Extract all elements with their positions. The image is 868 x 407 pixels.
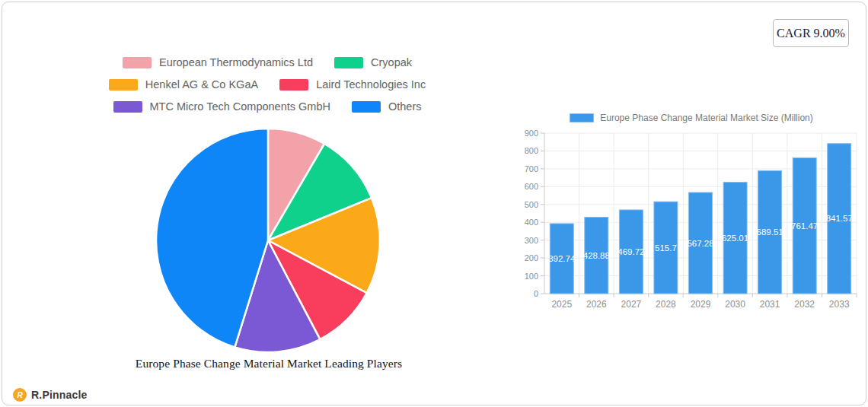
y-axis-tick-label: 600: [525, 182, 538, 191]
cagr-badge-label: CAGR 9.00%: [777, 27, 845, 40]
bar-value-label: 625.01: [722, 234, 748, 243]
pie-legend-item[interactable]: Laird Technologies Inc: [279, 78, 426, 91]
bar-value-label: 428.88: [583, 251, 610, 260]
pie-chart-title: Europe Phase Change Material Market Lead…: [2, 357, 535, 370]
bar-value-label: 761.47: [791, 221, 818, 231]
y-axis-tick-label: 700: [525, 164, 538, 173]
pie-legend-item[interactable]: MTC Micro Tech Components GmbH: [113, 100, 330, 113]
y-axis-tick-label: 100: [525, 272, 538, 281]
pie-legend-row: European Thermodynamics LtdCryopak: [123, 56, 412, 68]
bar-value-label: 841.57: [826, 214, 853, 223]
bar-value-label: 689.51: [757, 227, 783, 237]
legend-swatch: [334, 57, 363, 68]
legend-label: Others: [388, 100, 422, 113]
x-axis-tick-label: 2026: [586, 299, 607, 310]
bar-legend-item[interactable]: Europe Phase Change Material Market Size…: [524, 112, 859, 124]
x-axis-tick-label: 2029: [691, 299, 711, 310]
pie-chart: [154, 126, 382, 355]
bar-value-label: 469.72: [617, 247, 644, 256]
legend-label: Cryopak: [371, 56, 412, 68]
bar-value-label: 392.74: [548, 254, 576, 263]
bar-chart: Europe Phase Change Material Market Size…: [524, 112, 859, 311]
cagr-badge: CAGR 9.00%: [773, 19, 849, 47]
pie-legend-item[interactable]: Henkel AG & Co KGaA: [109, 78, 258, 91]
x-axis-tick-label: 2028: [656, 299, 676, 310]
legend-label: European Thermodynamics Ltd: [159, 56, 313, 68]
pie-legend-row: Henkel AG & Co KGaALaird Technologies In…: [109, 78, 426, 91]
bar-legend-label: Europe Phase Change Material Market Size…: [600, 113, 812, 123]
bar-svg: 0100200300400500600700800900392.74202542…: [524, 126, 859, 311]
x-axis-tick-label: 2027: [621, 299, 642, 310]
pie-legend: European Thermodynamics LtdCryopakHenkel…: [39, 56, 496, 113]
legend-label: Henkel AG & Co KGaA: [145, 78, 258, 91]
y-axis-tick-label: 500: [525, 200, 538, 209]
x-axis-tick-label: 2025: [551, 299, 572, 310]
legend-swatch: [113, 101, 142, 113]
bar-legend-swatch: [570, 113, 594, 122]
x-axis-tick-label: 2030: [725, 299, 745, 310]
legend-label: MTC Micro Tech Components GmbH: [150, 100, 330, 113]
pie-legend-item[interactable]: Cryopak: [334, 56, 412, 68]
y-axis-tick-label: 400: [525, 218, 538, 227]
pie-svg: [154, 126, 382, 355]
page-frame: CAGR 9.00% European Thermodynamics LtdCr…: [2, 2, 866, 405]
x-axis-tick-label: 2032: [794, 299, 815, 310]
brand-logo: R R.Pinnacle: [13, 388, 88, 402]
x-axis-tick-label: 2033: [829, 299, 850, 310]
bar-value-label: 515.7: [655, 243, 677, 253]
pie-legend-item[interactable]: Others: [352, 100, 422, 113]
legend-swatch: [352, 101, 381, 113]
y-axis-tick-label: 900: [525, 129, 538, 138]
brand-name: R.Pinnacle: [31, 389, 88, 401]
bar-value-label: 567.28: [687, 239, 713, 248]
pie-legend-item[interactable]: European Thermodynamics Ltd: [123, 56, 313, 68]
legend-label: Laird Technologies Inc: [316, 78, 426, 91]
x-axis-tick-label: 2031: [760, 299, 780, 310]
y-axis-tick-label: 200: [525, 253, 538, 262]
pie-legend-row: MTC Micro Tech Components GmbHOthers: [113, 100, 422, 113]
legend-swatch: [279, 79, 308, 91]
y-axis-tick-label: 800: [525, 146, 538, 155]
legend-swatch: [123, 57, 152, 68]
brand-icon: R: [13, 388, 27, 402]
y-axis-tick-label: 300: [525, 236, 538, 245]
y-axis-tick-label: 0: [534, 289, 538, 298]
legend-swatch: [109, 79, 138, 91]
